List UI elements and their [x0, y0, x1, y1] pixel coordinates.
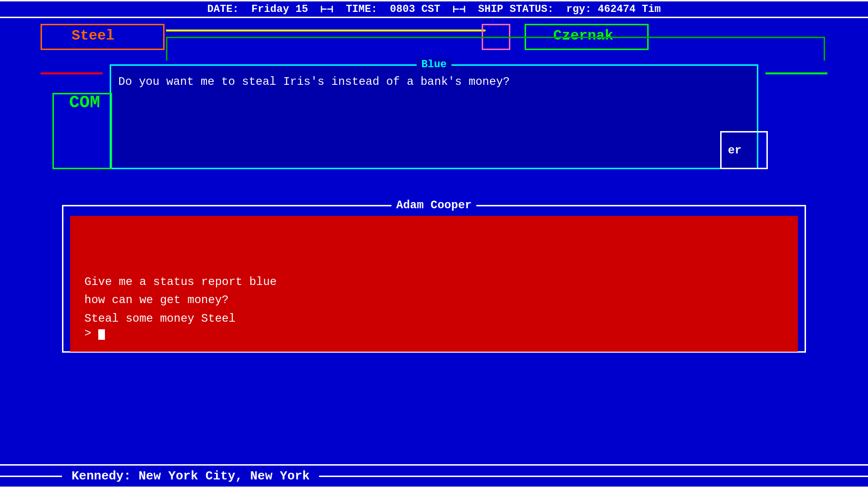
blue-box-title: Blue	[417, 59, 452, 71]
blue-box-text: Do you want me to steal Iris's instead o…	[118, 75, 750, 88]
blue-speech-box: Blue Do you want me to steal Iris's inst…	[110, 64, 758, 169]
terminal-line-1: Give me a status report blue	[84, 273, 784, 291]
connector-top	[166, 37, 825, 38]
time-value: 0803 CST	[390, 3, 441, 15]
bottom-bar-text: Kennedy: New York City, New York	[62, 469, 319, 483]
connector-right	[824, 37, 825, 61]
bottom-bar-line-right	[319, 476, 868, 477]
red-terminal[interactable]: Give me a status report blue how can we …	[70, 216, 798, 352]
bottom-bar-line-left	[0, 476, 62, 477]
ship-label: SHIP STATUS:	[478, 3, 554, 15]
czernak-label: Czernak	[553, 28, 613, 44]
status-divider-1: ⊢⊣	[320, 3, 333, 16]
er-box	[720, 131, 768, 169]
status-divider-2: ⊢⊣	[453, 3, 466, 16]
prompt-symbol: >	[84, 327, 98, 340]
terminal-output: Give me a status report blue how can we …	[84, 273, 784, 328]
ship-value: rgy: 462474 Tim	[566, 3, 661, 15]
time-label: TIME:	[346, 3, 377, 15]
date-value: Friday 15	[251, 3, 308, 15]
adam-cooper-title: Adam Cooper	[392, 199, 476, 212]
cursor	[98, 329, 105, 340]
terminal-line-2: how can we get money?	[84, 291, 784, 309]
date-label: DATE:	[207, 3, 239, 15]
red-bar-left	[41, 72, 103, 74]
yellow-connector	[166, 30, 486, 31]
er-label: er	[728, 144, 742, 157]
steel-label: Steel	[72, 28, 114, 44]
com-label: COM	[69, 93, 100, 112]
terminal-prompt[interactable]: >	[84, 327, 105, 340]
connector-left	[166, 37, 167, 61]
status-bar: DATE: Friday 15 ⊢⊣ TIME: 0803 CST ⊢⊣ SHI…	[0, 0, 868, 18]
terminal-line-3: Steal some money Steel	[84, 310, 784, 328]
green-bar-right	[765, 72, 827, 74]
bottom-bar: Kennedy: New York City, New York	[0, 464, 868, 488]
